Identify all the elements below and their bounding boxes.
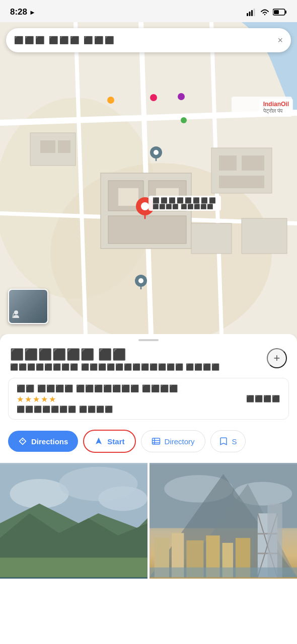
bookmark-icon (219, 437, 228, 446)
svg-rect-3 (254, 9, 255, 16)
star-3: ★ (33, 394, 40, 404)
svg-rect-25 (219, 155, 237, 171)
star-2: ★ (25, 394, 32, 404)
svg-rect-52 (0, 557, 147, 577)
indianoil-label: IndianOil (263, 101, 289, 108)
action-buttons-row: Directions Start Directory S (0, 428, 297, 463)
map-area[interactable]: IndianOil पेट्रोल पंप ⬛⬛⬛⬛⬛⬛⬛⬛ ⬛⬛⬛⬛ ⬛⬛⬛⬛… (0, 22, 297, 334)
info-card-title: ⬛⬛ ⬛⬛⬛⬛ ⬛⬛⬛⬛⬛⬛⬛ ⬛⬛⬛⬛ (17, 384, 246, 392)
photo-2[interactable] (150, 463, 297, 579)
svg-rect-26 (242, 155, 264, 171)
status-time: 8:28 ► (10, 7, 36, 17)
star-1: ★ (17, 394, 24, 404)
svg-rect-29 (242, 218, 287, 254)
svg-point-39 (178, 93, 185, 100)
svg-rect-70 (150, 568, 297, 578)
directions-button[interactable]: Directions (8, 431, 78, 452)
svg-rect-42 (152, 438, 160, 444)
search-input-text: ⬛⬛⬛ ⬛⬛⬛ ⬛⬛⬛ (14, 36, 277, 45)
info-card-right: ⬛⬛⬛⬛ (246, 395, 280, 403)
search-clear-button[interactable]: × (277, 35, 283, 46)
bottom-sheet: ⬛⬛⬛⬛⬛⬛ ⬛⬛ ⬛⬛⬛⬛⬛⬛⬛⬛ ⬛⬛⬛⬛⬛⬛⬛⬛⬛⬛⬛⬛ ⬛⬛⬛⬛ + ⬛… (0, 334, 297, 644)
rating-stars: ★ ★ ★ ★ ★ (17, 394, 246, 404)
street-view-icon (11, 309, 21, 321)
save-button[interactable]: S (210, 430, 246, 452)
svg-rect-69 (267, 504, 282, 578)
svg-point-41 (14, 310, 18, 314)
svg-point-40 (181, 117, 187, 123)
start-button[interactable]: Start (83, 430, 135, 453)
svg-point-32 (141, 202, 149, 210)
place-title-area: ⬛⬛⬛⬛⬛⬛ ⬛⬛ ⬛⬛⬛⬛⬛⬛⬛⬛ ⬛⬛⬛⬛⬛⬛⬛⬛⬛⬛⬛⬛ ⬛⬛⬛⬛ (10, 348, 262, 372)
svg-point-37 (107, 97, 114, 104)
star-5: ★ (49, 394, 56, 404)
wifi-icon (260, 8, 270, 16)
svg-rect-1 (249, 12, 251, 16)
start-navigation-icon (94, 437, 103, 446)
photo-1[interactable] (0, 463, 147, 579)
svg-point-38 (150, 94, 157, 101)
pin-sublabel: ⬛⬛⬛⬛ ⬛⬛⬛⬛⬛ (153, 204, 217, 209)
directory-button[interactable]: Directory (141, 430, 205, 452)
status-bar: 8:28 ► (0, 0, 297, 22)
svg-rect-0 (247, 13, 248, 16)
info-card[interactable]: ⬛⬛ ⬛⬛⬛⬛ ⬛⬛⬛⬛⬛⬛⬛ ⬛⬛⬛⬛ ★ ★ ★ ★ ★ ⬛⬛⬛⬛⬛⬛⬛ ⬛… (8, 378, 289, 420)
svg-rect-23 (58, 140, 70, 153)
info-card-right-text: ⬛⬛⬛⬛ (246, 395, 280, 403)
location-arrow-icon: ► (29, 9, 36, 16)
svg-rect-5 (285, 11, 287, 14)
sheet-handle (0, 334, 297, 344)
pin-label: ⬛⬛⬛⬛⬛⬛⬛⬛ (153, 197, 217, 204)
directory-icon (152, 437, 161, 446)
info-card-left: ⬛⬛ ⬛⬛⬛⬛ ⬛⬛⬛⬛⬛⬛⬛ ⬛⬛⬛⬛ ★ ★ ★ ★ ★ ⬛⬛⬛⬛⬛⬛⬛ ⬛… (17, 384, 246, 413)
battery-icon (273, 8, 287, 16)
status-icons (247, 8, 287, 16)
svg-point-34 (154, 150, 159, 155)
map-svg (0, 22, 297, 334)
svg-rect-22 (40, 140, 55, 153)
sheet-header: ⬛⬛⬛⬛⬛⬛ ⬛⬛ ⬛⬛⬛⬛⬛⬛⬛⬛ ⬛⬛⬛⬛⬛⬛⬛⬛⬛⬛⬛⬛ ⬛⬛⬛⬛ + (0, 344, 297, 378)
signal-icon (247, 8, 257, 16)
svg-rect-18 (108, 216, 186, 244)
svg-rect-27 (219, 176, 264, 188)
search-bar[interactable]: ⬛⬛⬛ ⬛⬛⬛ ⬛⬛⬛ × (6, 28, 291, 52)
directions-icon (18, 437, 27, 446)
svg-rect-2 (251, 10, 253, 16)
place-address: ⬛⬛⬛⬛⬛⬛⬛⬛ ⬛⬛⬛⬛⬛⬛⬛⬛⬛⬛⬛⬛ ⬛⬛⬛⬛ (10, 363, 262, 372)
petrol-pump-label: पेट्रोल पंप (263, 108, 289, 114)
photo-grid (0, 463, 297, 579)
svg-rect-6 (274, 10, 279, 14)
street-view-thumbnail[interactable] (8, 289, 48, 324)
add-place-button[interactable]: + (267, 348, 287, 368)
star-4: ★ (41, 394, 48, 404)
svg-point-49 (98, 487, 147, 511)
svg-rect-28 (191, 223, 232, 254)
svg-rect-19 (118, 188, 138, 206)
info-card-category: ⬛⬛⬛⬛⬛⬛⬛ ⬛⬛⬛⬛ (17, 406, 246, 413)
handle-bar (138, 339, 159, 341)
place-title: ⬛⬛⬛⬛⬛⬛ ⬛⬛ (10, 348, 262, 361)
svg-point-36 (138, 278, 143, 283)
